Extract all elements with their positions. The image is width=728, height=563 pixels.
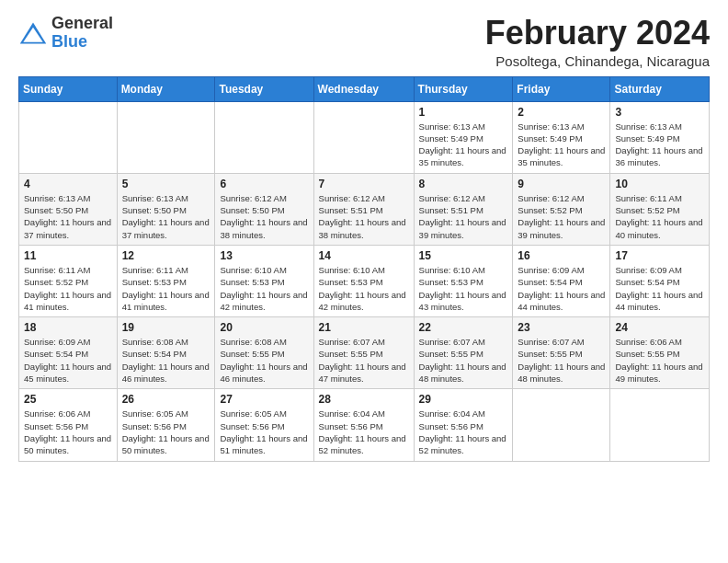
month-year-title: February 2024	[485, 15, 710, 52]
calendar-cell: 6Sunrise: 6:12 AM Sunset: 5:50 PM Daylig…	[215, 173, 313, 245]
calendar-cell: 11Sunrise: 6:11 AM Sunset: 5:52 PM Dayli…	[19, 245, 118, 316]
day-info: Sunrise: 6:05 AM Sunset: 5:56 PM Dayligh…	[122, 408, 210, 456]
day-info: Sunrise: 6:10 AM Sunset: 5:53 PM Dayligh…	[220, 264, 308, 313]
day-number: 24	[615, 321, 704, 334]
calendar-cell: 23Sunrise: 6:07 AM Sunset: 5:55 PM Dayli…	[513, 317, 610, 389]
weekday-header-row: SundayMondayTuesdayWednesdayThursdayFrid…	[19, 76, 710, 101]
logo-general-text: General	[51, 14, 113, 32]
weekday-header-saturday: Saturday	[610, 76, 710, 101]
calendar-cell: 7Sunrise: 6:12 AM Sunset: 5:51 PM Daylig…	[313, 173, 414, 245]
calendar-week-row: 11Sunrise: 6:11 AM Sunset: 5:52 PM Dayli…	[19, 245, 710, 316]
day-info: Sunrise: 6:07 AM Sunset: 5:55 PM Dayligh…	[419, 336, 508, 385]
day-number: 17	[615, 249, 704, 262]
calendar-cell	[610, 389, 710, 461]
day-number: 13	[220, 249, 308, 262]
day-number: 4	[24, 178, 112, 190]
calendar-cell: 10Sunrise: 6:11 AM Sunset: 5:52 PM Dayli…	[610, 173, 710, 245]
weekday-header-monday: Monday	[117, 76, 215, 101]
day-info: Sunrise: 6:13 AM Sunset: 5:50 PM Dayligh…	[24, 192, 112, 241]
day-number: 25	[24, 393, 112, 406]
day-number: 23	[518, 321, 605, 334]
calendar-cell: 21Sunrise: 6:07 AM Sunset: 5:55 PM Dayli…	[313, 317, 414, 389]
day-info: Sunrise: 6:12 AM Sunset: 5:51 PM Dayligh…	[419, 192, 508, 241]
calendar-cell	[215, 101, 313, 173]
weekday-header-thursday: Thursday	[414, 76, 513, 101]
calendar-cell: 14Sunrise: 6:10 AM Sunset: 5:53 PM Dayli…	[313, 245, 414, 316]
day-number: 29	[419, 393, 508, 406]
day-number: 3	[615, 106, 704, 119]
calendar-cell: 27Sunrise: 6:05 AM Sunset: 5:56 PM Dayli…	[215, 389, 313, 461]
day-info: Sunrise: 6:12 AM Sunset: 5:51 PM Dayligh…	[319, 192, 409, 241]
day-number: 8	[419, 178, 508, 190]
generalblue-logo-icon	[18, 20, 48, 46]
day-number: 1	[419, 106, 508, 119]
calendar-cell: 1Sunrise: 6:13 AM Sunset: 5:49 PM Daylig…	[414, 101, 513, 173]
calendar-cell: 25Sunrise: 6:06 AM Sunset: 5:56 PM Dayli…	[19, 389, 118, 461]
calendar-cell	[513, 389, 610, 461]
day-info: Sunrise: 6:10 AM Sunset: 5:53 PM Dayligh…	[419, 264, 508, 313]
day-info: Sunrise: 6:13 AM Sunset: 5:49 PM Dayligh…	[518, 121, 605, 169]
day-number: 22	[419, 321, 508, 334]
day-info: Sunrise: 6:04 AM Sunset: 5:56 PM Dayligh…	[419, 408, 508, 456]
day-number: 11	[24, 249, 112, 262]
location-subtitle: Posoltega, Chinandega, Nicaragua	[485, 53, 710, 69]
day-info: Sunrise: 6:06 AM Sunset: 5:56 PM Dayligh…	[24, 408, 112, 456]
title-area: February 2024 Posoltega, Chinandega, Nic…	[485, 15, 710, 69]
logo: General Blue	[18, 15, 113, 52]
day-number: 9	[518, 178, 605, 190]
calendar-cell	[117, 101, 215, 173]
calendar-cell: 16Sunrise: 6:09 AM Sunset: 5:54 PM Dayli…	[513, 245, 610, 316]
header: General Blue February 2024 Posoltega, Ch…	[18, 15, 710, 69]
calendar-cell: 15Sunrise: 6:10 AM Sunset: 5:53 PM Dayli…	[414, 245, 513, 316]
day-number: 18	[24, 321, 112, 334]
day-number: 19	[122, 321, 210, 334]
day-number: 14	[319, 249, 409, 262]
day-info: Sunrise: 6:09 AM Sunset: 5:54 PM Dayligh…	[615, 264, 704, 313]
calendar-cell: 17Sunrise: 6:09 AM Sunset: 5:54 PM Dayli…	[610, 245, 710, 316]
day-number: 5	[122, 178, 210, 190]
day-info: Sunrise: 6:12 AM Sunset: 5:50 PM Dayligh…	[220, 192, 308, 241]
day-number: 27	[220, 393, 308, 406]
day-info: Sunrise: 6:11 AM Sunset: 5:53 PM Dayligh…	[122, 264, 210, 313]
calendar-cell: 12Sunrise: 6:11 AM Sunset: 5:53 PM Dayli…	[117, 245, 215, 316]
calendar-week-row: 18Sunrise: 6:09 AM Sunset: 5:54 PM Dayli…	[19, 317, 710, 389]
calendar-cell: 26Sunrise: 6:05 AM Sunset: 5:56 PM Dayli…	[117, 389, 215, 461]
calendar-cell: 4Sunrise: 6:13 AM Sunset: 5:50 PM Daylig…	[19, 173, 118, 245]
calendar-cell: 19Sunrise: 6:08 AM Sunset: 5:54 PM Dayli…	[117, 317, 215, 389]
day-info: Sunrise: 6:12 AM Sunset: 5:52 PM Dayligh…	[518, 192, 605, 241]
calendar-week-row: 25Sunrise: 6:06 AM Sunset: 5:56 PM Dayli…	[19, 389, 710, 461]
day-number: 28	[319, 393, 409, 406]
day-number: 15	[419, 249, 508, 262]
calendar-cell: 3Sunrise: 6:13 AM Sunset: 5:49 PM Daylig…	[610, 101, 710, 173]
calendar-cell: 24Sunrise: 6:06 AM Sunset: 5:55 PM Dayli…	[610, 317, 710, 389]
calendar-cell: 28Sunrise: 6:04 AM Sunset: 5:56 PM Dayli…	[313, 389, 414, 461]
calendar-week-row: 4Sunrise: 6:13 AM Sunset: 5:50 PM Daylig…	[19, 173, 710, 245]
day-number: 26	[122, 393, 210, 406]
day-info: Sunrise: 6:09 AM Sunset: 5:54 PM Dayligh…	[518, 264, 605, 313]
day-info: Sunrise: 6:13 AM Sunset: 5:50 PM Dayligh…	[122, 192, 210, 241]
day-info: Sunrise: 6:04 AM Sunset: 5:56 PM Dayligh…	[319, 408, 409, 456]
day-number: 6	[220, 178, 308, 190]
day-info: Sunrise: 6:09 AM Sunset: 5:54 PM Dayligh…	[24, 336, 112, 385]
day-info: Sunrise: 6:11 AM Sunset: 5:52 PM Dayligh…	[615, 192, 704, 241]
day-number: 21	[319, 321, 409, 334]
calendar-table: SundayMondayTuesdayWednesdayThursdayFrid…	[18, 76, 710, 462]
day-info: Sunrise: 6:13 AM Sunset: 5:49 PM Dayligh…	[419, 121, 508, 169]
logo-blue-text: Blue	[51, 32, 87, 51]
day-number: 20	[220, 321, 308, 334]
calendar-week-row: 1Sunrise: 6:13 AM Sunset: 5:49 PM Daylig…	[19, 101, 710, 173]
day-info: Sunrise: 6:05 AM Sunset: 5:56 PM Dayligh…	[220, 408, 308, 456]
calendar-cell: 18Sunrise: 6:09 AM Sunset: 5:54 PM Dayli…	[19, 317, 118, 389]
calendar-cell: 22Sunrise: 6:07 AM Sunset: 5:55 PM Dayli…	[414, 317, 513, 389]
calendar-cell: 5Sunrise: 6:13 AM Sunset: 5:50 PM Daylig…	[117, 173, 215, 245]
calendar-cell	[313, 101, 414, 173]
day-number: 2	[518, 106, 605, 119]
day-number: 10	[615, 178, 704, 190]
calendar-cell: 29Sunrise: 6:04 AM Sunset: 5:56 PM Dayli…	[414, 389, 513, 461]
day-info: Sunrise: 6:07 AM Sunset: 5:55 PM Dayligh…	[518, 336, 605, 385]
day-info: Sunrise: 6:10 AM Sunset: 5:53 PM Dayligh…	[319, 264, 409, 313]
calendar-cell: 8Sunrise: 6:12 AM Sunset: 5:51 PM Daylig…	[414, 173, 513, 245]
day-info: Sunrise: 6:08 AM Sunset: 5:55 PM Dayligh…	[220, 336, 308, 385]
day-info: Sunrise: 6:06 AM Sunset: 5:55 PM Dayligh…	[615, 336, 704, 385]
day-info: Sunrise: 6:11 AM Sunset: 5:52 PM Dayligh…	[24, 264, 112, 313]
